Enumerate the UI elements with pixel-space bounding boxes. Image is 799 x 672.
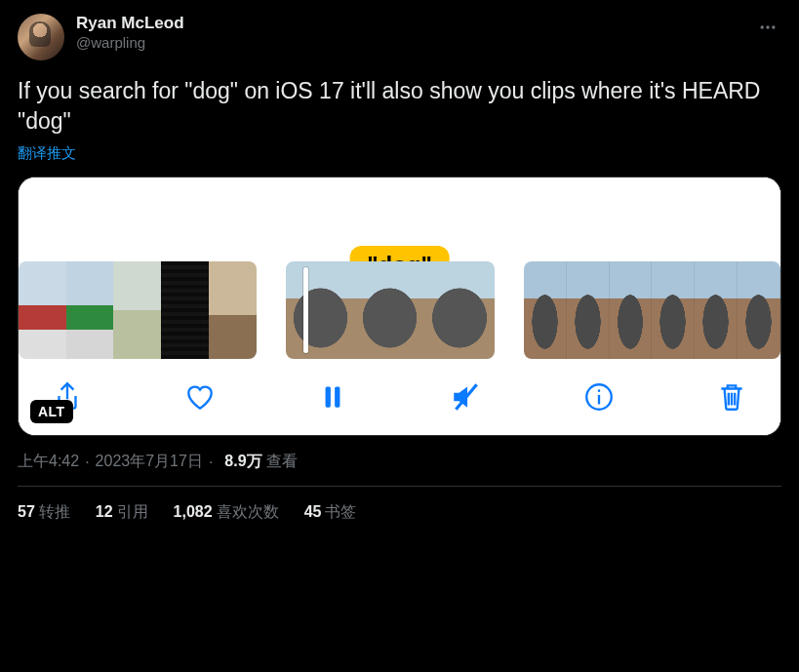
tweet: Ryan McLeod @warpling If you search for … bbox=[0, 0, 799, 531]
stat-quotes[interactable]: 12引用 bbox=[96, 502, 148, 523]
stat-likes[interactable]: 1,082喜欢次数 bbox=[174, 502, 279, 523]
svg-point-6 bbox=[597, 389, 600, 392]
clip-thumb bbox=[66, 261, 114, 359]
clip-thumb bbox=[695, 261, 738, 359]
handle[interactable]: @warpling bbox=[76, 33, 758, 53]
tweet-header: Ryan McLeod @warpling bbox=[18, 14, 781, 60]
clip-thumb bbox=[355, 261, 424, 359]
clip-thumb bbox=[424, 261, 494, 359]
clip-thumb bbox=[567, 261, 610, 359]
stat-label: 转推 bbox=[39, 503, 70, 520]
svg-rect-3 bbox=[326, 386, 331, 407]
stat-bookmarks[interactable]: 45书签 bbox=[304, 502, 357, 523]
info-icon[interactable] bbox=[578, 376, 620, 418]
tweet-stats: 57转推 12引用 1,082喜欢次数 45书签 bbox=[18, 487, 781, 531]
translate-link[interactable]: 翻译推文 bbox=[18, 144, 76, 163]
pause-icon[interactable] bbox=[311, 376, 354, 418]
tweet-meta: 上午4:42 · 2023年7月17日 · 8.9万 查看 bbox=[18, 452, 781, 472]
playhead-indicator[interactable] bbox=[303, 267, 308, 353]
clip-thumb bbox=[524, 261, 567, 359]
more-icon[interactable] bbox=[758, 14, 781, 37]
tweet-time[interactable]: 上午4:42 bbox=[18, 452, 79, 472]
clip-thumb bbox=[209, 261, 257, 359]
stat-number: 45 bbox=[304, 503, 322, 520]
mute-icon[interactable] bbox=[445, 376, 488, 418]
stat-retweets[interactable]: 57转推 bbox=[18, 502, 70, 523]
svg-point-0 bbox=[761, 25, 764, 28]
stat-number: 12 bbox=[96, 503, 113, 520]
stat-label: 引用 bbox=[117, 503, 148, 520]
meta-separator: · bbox=[209, 454, 213, 471]
trash-icon[interactable] bbox=[710, 376, 753, 418]
stat-number: 1,082 bbox=[174, 503, 213, 520]
media-toolbar bbox=[19, 359, 780, 435]
stat-label: 喜欢次数 bbox=[217, 503, 279, 520]
clip-group[interactable] bbox=[19, 261, 257, 359]
clip-thumb bbox=[19, 261, 66, 359]
svg-point-2 bbox=[772, 25, 775, 28]
clip-thumb bbox=[652, 261, 695, 359]
heart-icon[interactable] bbox=[179, 376, 221, 418]
views-label: 查看 bbox=[266, 452, 298, 472]
tweet-date[interactable]: 2023年7月17日 bbox=[96, 452, 203, 472]
clip-thumb bbox=[286, 261, 355, 359]
tweet-text: If you search for "dog" on iOS 17 it'll … bbox=[18, 76, 781, 137]
clip-scrubber[interactable] bbox=[19, 261, 780, 359]
clip-group[interactable] bbox=[286, 261, 495, 359]
clip-group[interactable] bbox=[524, 261, 780, 359]
meta-separator: · bbox=[85, 454, 89, 471]
stat-number: 57 bbox=[18, 503, 35, 520]
clip-thumb bbox=[738, 261, 780, 359]
author-names: Ryan McLeod @warpling bbox=[76, 14, 758, 53]
alt-badge[interactable]: ALT bbox=[30, 400, 73, 423]
clip-thumb bbox=[113, 261, 161, 359]
clip-thumb bbox=[161, 261, 209, 359]
svg-rect-4 bbox=[336, 386, 340, 407]
display-name[interactable]: Ryan McLeod bbox=[76, 14, 758, 33]
svg-point-1 bbox=[766, 25, 769, 28]
clip-thumb bbox=[610, 261, 653, 359]
views-count[interactable]: 8.9万 bbox=[224, 452, 261, 472]
avatar[interactable] bbox=[18, 14, 64, 60]
media-card[interactable]: "dog" bbox=[18, 177, 781, 436]
stat-label: 书签 bbox=[325, 503, 356, 520]
